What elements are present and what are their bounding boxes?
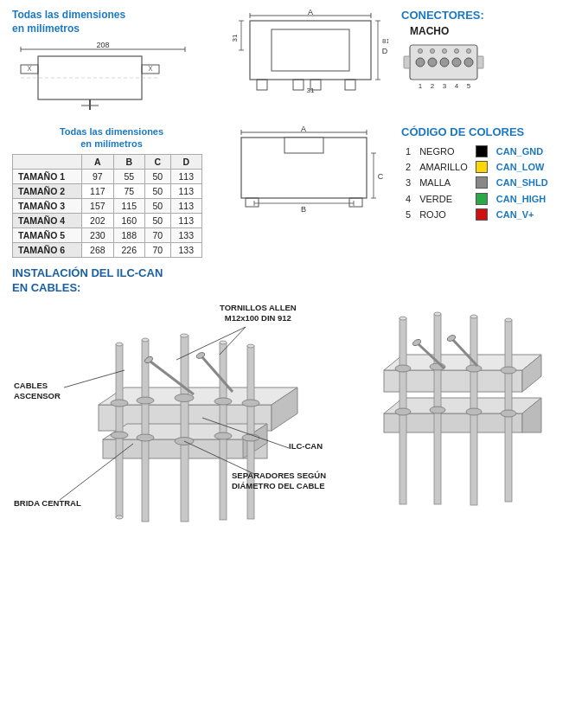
svg-point-88 xyxy=(137,434,154,441)
color-code: CAN_V+ xyxy=(492,207,553,222)
row-value: 157 xyxy=(82,198,113,213)
color-swatch xyxy=(471,207,492,222)
row-label: TAMAÑO 3 xyxy=(13,198,82,213)
svg-point-37 xyxy=(440,58,449,67)
color-name: NEGRO xyxy=(415,144,471,159)
row-value: 226 xyxy=(113,242,144,257)
svg-point-126 xyxy=(501,410,516,417)
row-value: 113 xyxy=(170,213,201,227)
row-value: 133 xyxy=(170,227,201,242)
color-name: AMARILLO xyxy=(415,159,471,175)
row-label: TAMAÑO 4 xyxy=(13,213,82,227)
svg-point-125 xyxy=(501,367,516,374)
row-value: 50 xyxy=(145,213,170,227)
svg-rect-51 xyxy=(477,56,483,68)
macho-label: MACHO xyxy=(410,25,449,37)
color-swatch xyxy=(471,144,492,159)
svg-point-78 xyxy=(142,338,149,342)
svg-text:31: 31 xyxy=(307,86,315,94)
col-header-c: C xyxy=(145,154,170,169)
row-value: 55 xyxy=(113,169,144,183)
svg-rect-77 xyxy=(142,340,149,522)
row-value: 113 xyxy=(170,198,201,213)
install-drawings: TORNILLOS ALLENM12x100 DIN 912 CABLESASC… xyxy=(12,301,576,526)
svg-point-35 xyxy=(416,58,425,67)
svg-rect-6 xyxy=(142,65,159,74)
svg-line-97 xyxy=(202,357,233,392)
color-table-row: 2AMARILLOCAN_LOW xyxy=(401,159,553,175)
color-code-section: CÓDIGO DE COLORES 1NEGROCAN_GND2AMARILLO… xyxy=(401,125,576,221)
svg-point-112 xyxy=(399,317,406,320)
svg-text:208: 208 xyxy=(96,41,109,49)
separadores-label: SEPARADORES SEGÚNDIÁMETRO DEL CABLE xyxy=(232,471,326,492)
svg-point-87 xyxy=(137,397,154,404)
svg-point-42 xyxy=(443,49,447,54)
svg-rect-81 xyxy=(220,343,227,520)
row-value: 160 xyxy=(113,213,144,227)
install-right-drawing xyxy=(358,301,576,519)
row-value: 188 xyxy=(113,227,144,242)
row-value: 70 xyxy=(145,242,170,257)
svg-point-91 xyxy=(214,398,232,405)
row-value: 50 xyxy=(145,183,170,198)
svg-point-94 xyxy=(242,434,259,441)
col-header-blank xyxy=(13,154,82,169)
svg-point-82 xyxy=(220,341,227,344)
svg-point-114 xyxy=(434,312,441,316)
row-value: 113 xyxy=(170,169,201,183)
color-num: 1 xyxy=(401,144,415,159)
svg-rect-74 xyxy=(116,344,123,517)
svg-rect-19 xyxy=(272,29,349,71)
codigo-title: CÓDIGO DE COLORES xyxy=(401,125,576,138)
row-value: 113 xyxy=(170,183,201,198)
installation-section: INSTALACIÓN DEL ILC-CAN EN CABLES: xyxy=(12,266,576,526)
color-num: 4 xyxy=(401,190,415,206)
table-row: TAMAÑO 315711550113 xyxy=(13,198,202,213)
svg-rect-23 xyxy=(345,80,355,90)
color-num: 2 xyxy=(401,159,415,175)
middle-section: Todas las dimensiones en milímetros A B … xyxy=(12,125,576,258)
svg-rect-50 xyxy=(404,56,410,68)
color-num: 3 xyxy=(401,175,415,190)
svg-point-85 xyxy=(111,400,128,407)
row-label: TAMAÑO 2 xyxy=(13,183,82,198)
svg-point-116 xyxy=(470,315,477,318)
color-table-row: 1NEGROCAN_GND xyxy=(401,144,553,159)
main-title: Todas las dimensiones en milímetros xyxy=(12,9,211,35)
svg-text:4: 4 xyxy=(455,82,459,90)
row-value: 75 xyxy=(113,183,144,198)
color-swatch xyxy=(471,190,492,206)
install-title: INSTALACIÓN DEL ILC-CAN EN CABLES: xyxy=(12,266,576,296)
table-subtitle: Todas las dimensiones en milímetros xyxy=(12,125,211,151)
side-view-drawing: 208 xyxy=(12,41,194,118)
svg-line-101 xyxy=(64,370,125,388)
svg-point-120 xyxy=(395,408,411,415)
row-value: 133 xyxy=(170,242,201,257)
row-label: TAMAÑO 6 xyxy=(13,242,82,257)
row-value: 115 xyxy=(113,198,144,213)
color-code: CAN_HIGH xyxy=(492,190,553,206)
color-table-row: 4VERDECAN_HIGH xyxy=(401,190,553,206)
install-left-drawing: TORNILLOS ALLENM12x100 DIN 912 CABLESASC… xyxy=(12,301,349,526)
svg-text:3: 3 xyxy=(443,82,447,90)
svg-point-93 xyxy=(242,400,259,407)
svg-point-123 xyxy=(466,365,482,372)
table-row: TAMAÑO 523018870133 xyxy=(13,227,202,242)
top-center: A 31 D 8 xyxy=(220,9,393,95)
svg-text:C: C xyxy=(378,172,384,181)
row-label: TAMAÑO 1 xyxy=(13,169,82,183)
row-value: 202 xyxy=(82,213,113,227)
bottom-front-drawing: A B C xyxy=(220,125,393,222)
row-label: TAMAÑO 5 xyxy=(13,227,82,242)
page: Todas las dimensiones en milímetros 208 xyxy=(0,0,588,535)
svg-rect-67 xyxy=(349,198,362,207)
svg-rect-83 xyxy=(247,346,254,519)
color-table-row: 3MALLACAN_SHLD xyxy=(401,175,553,190)
row-value: 117 xyxy=(82,183,113,198)
row-value: 268 xyxy=(82,242,113,257)
table-row: TAMAÑO 1975550113 xyxy=(13,169,202,183)
svg-point-118 xyxy=(505,318,512,322)
svg-point-38 xyxy=(452,58,461,67)
svg-point-36 xyxy=(428,58,437,67)
col-header-a: A xyxy=(82,154,113,169)
